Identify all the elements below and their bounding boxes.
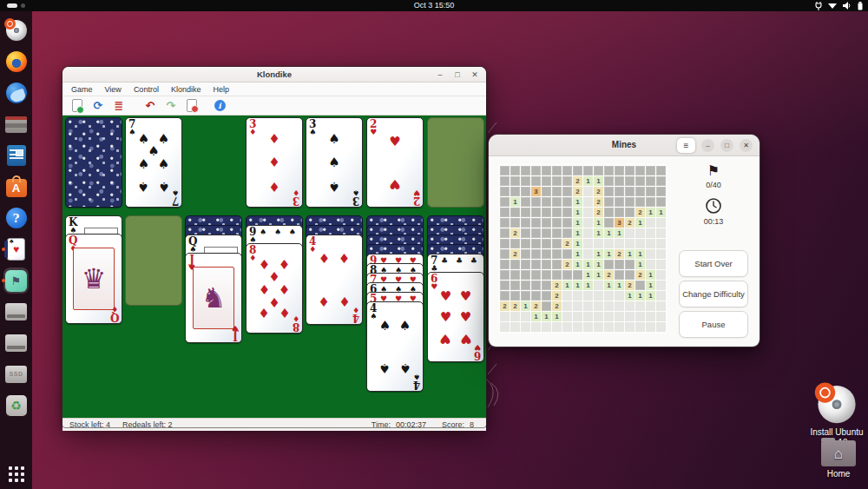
mine-cell[interactable]: 2 — [594, 187, 603, 196]
mine-cell[interactable] — [531, 281, 541, 290]
mine-cell[interactable]: 1 — [594, 270, 603, 280]
mine-cell[interactable] — [635, 228, 645, 238]
mine-cell[interactable] — [625, 260, 635, 269]
mine-cell[interactable] — [562, 312, 572, 321]
mine-cell[interactable] — [615, 176, 624, 186]
mine-cell[interactable] — [573, 270, 582, 280]
mine-cell[interactable]: 1 — [656, 208, 666, 217]
mine-cell[interactable] — [635, 281, 645, 290]
mine-cell[interactable] — [604, 239, 614, 248]
mine-cell[interactable] — [521, 187, 530, 196]
mine-cell[interactable] — [625, 270, 635, 280]
mine-cell[interactable] — [635, 312, 645, 321]
mine-cell[interactable]: 1 — [573, 208, 582, 217]
mine-cell[interactable] — [604, 176, 614, 186]
mine-cell[interactable] — [500, 239, 510, 248]
mine-cell[interactable] — [594, 166, 603, 175]
new-game-toolbar-button[interactable] — [67, 98, 88, 113]
card-2H[interactable]: 2♥♥♥2♥ — [366, 117, 424, 208]
start-over-button[interactable]: Start Over — [679, 250, 748, 277]
mine-cell[interactable] — [615, 197, 624, 207]
scores-toolbar-button[interactable]: ≣ — [108, 98, 129, 113]
mine-cell[interactable] — [615, 322, 624, 332]
mine-cell[interactable]: 2 — [510, 301, 520, 311]
empty-tableau-slot[interactable] — [125, 215, 182, 306]
mine-cell[interactable]: 1 — [583, 270, 593, 280]
mine-cell[interactable] — [573, 312, 582, 321]
dock-item-thunderbird[interactable] — [0, 77, 32, 109]
mine-cell[interactable] — [542, 187, 551, 196]
mine-cell[interactable]: 1 — [583, 176, 593, 186]
mine-cell[interactable] — [542, 322, 551, 332]
mine-cell[interactable] — [531, 322, 541, 332]
mine-cell[interactable] — [510, 166, 520, 175]
mine-cell[interactable] — [583, 197, 593, 207]
mine-cell[interactable]: 1 — [573, 218, 582, 228]
mine-cell[interactable] — [646, 197, 655, 207]
mine-cell[interactable] — [656, 166, 666, 175]
klondike-titlebar[interactable]: Klondike –□✕ — [62, 67, 486, 83]
mine-cell[interactable] — [573, 322, 582, 332]
mine-cell[interactable] — [500, 270, 510, 280]
mine-cell[interactable] — [542, 228, 551, 238]
mine-cell[interactable] — [604, 322, 614, 332]
mine-cell[interactable] — [542, 301, 551, 311]
card-3S[interactable]: 3♠♠♠♠3♠ — [306, 117, 363, 208]
mine-cell[interactable]: 2 — [552, 281, 562, 290]
card-8D[interactable]: 8♦♦♦♦♦♦♦♦♦8♦ — [246, 243, 303, 334]
mine-cell[interactable] — [552, 249, 562, 259]
dock-item-help[interactable]: ? — [0, 202, 32, 234]
mine-cell[interactable] — [500, 176, 510, 186]
mine-cell[interactable] — [656, 197, 666, 207]
mine-cell[interactable] — [625, 176, 635, 186]
mine-cell[interactable] — [562, 218, 572, 228]
card-6H[interactable]: 6♥♥♥♥♥♥♥6♥ — [427, 272, 484, 362]
mine-cell[interactable] — [604, 166, 614, 175]
mine-cell[interactable] — [500, 218, 510, 228]
mine-cell[interactable]: 1 — [635, 249, 645, 259]
mine-cell[interactable] — [583, 187, 593, 196]
restart-toolbar-button[interactable]: ⟳ — [88, 98, 108, 113]
card-back[interactable] — [65, 117, 122, 208]
dock-item-trash[interactable]: ♻ — [0, 390, 32, 421]
mine-cell[interactable] — [510, 218, 520, 228]
mine-cell[interactable] — [573, 166, 582, 175]
mine-cell[interactable] — [635, 301, 645, 311]
mine-cell[interactable] — [583, 312, 593, 321]
mine-cell[interactable] — [646, 166, 655, 175]
mine-cell[interactable] — [615, 312, 624, 321]
mine-cell[interactable]: 1 — [646, 291, 655, 301]
dock-item-writer[interactable] — [0, 140, 32, 171]
mine-cell[interactable] — [531, 260, 541, 269]
mine-cell[interactable] — [542, 166, 551, 175]
mine-cell[interactable] — [510, 176, 520, 186]
mine-cell[interactable]: 1 — [573, 281, 582, 290]
mine-cell[interactable] — [562, 208, 572, 217]
change-difficulty-button[interactable]: Change Difficulty — [679, 281, 748, 307]
mine-cell[interactable] — [552, 176, 562, 186]
mine-cell[interactable] — [635, 322, 645, 332]
mine-cell[interactable] — [510, 208, 520, 217]
mine-cell[interactable]: 2 — [625, 218, 635, 228]
mine-cell[interactable] — [656, 270, 666, 280]
mine-cell[interactable] — [656, 301, 666, 311]
maximize-button[interactable]: □ — [720, 139, 733, 152]
mine-cell[interactable] — [604, 291, 614, 301]
mine-cell[interactable] — [594, 239, 603, 248]
mine-cell[interactable] — [594, 281, 603, 290]
mine-cell[interactable]: 2 — [573, 176, 582, 186]
mine-cell[interactable] — [562, 322, 572, 332]
mine-cell[interactable] — [552, 260, 562, 269]
mine-cell[interactable] — [646, 239, 655, 248]
mine-cell[interactable] — [583, 208, 593, 217]
mine-cell[interactable] — [635, 197, 645, 207]
mine-cell[interactable] — [562, 301, 572, 311]
mine-cell[interactable] — [615, 239, 624, 248]
mine-cell[interactable] — [635, 176, 645, 186]
mine-cell[interactable] — [562, 270, 572, 280]
mine-cell[interactable] — [635, 187, 645, 196]
card-4S[interactable]: 4♠♠♠♠♠4♠ — [366, 301, 424, 392]
info-toolbar-button[interactable]: i — [209, 98, 230, 113]
mine-cell[interactable] — [500, 208, 510, 217]
mine-cell[interactable] — [604, 260, 614, 269]
